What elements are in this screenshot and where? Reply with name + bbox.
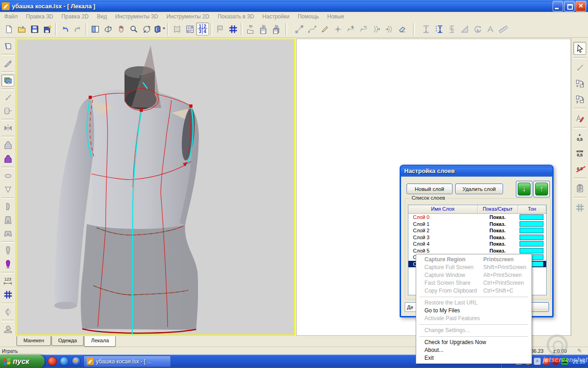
- menu-capture-window[interactable]: Capture WindowAlt+PrintScreen: [416, 271, 531, 279]
- layer-tone-swatch[interactable]: [518, 241, 545, 247]
- layer-row[interactable]: Слой 3Показ.: [408, 234, 546, 241]
- angle-measure-button[interactable]: [484, 23, 497, 35]
- pan-button[interactable]: [114, 23, 127, 35]
- split-view-button[interactable]: [89, 23, 102, 35]
- move-layer-up-button[interactable]: ↑: [533, 181, 550, 197]
- tp-open-button[interactable]: .tp: [244, 23, 257, 35]
- torso-dressed-button[interactable]: [1, 153, 14, 165]
- restore-button[interactable]: [564, 1, 575, 12]
- taskbar-task-button[interactable]: убашка косая.lsx - [ ...: [84, 356, 171, 367]
- layer-row[interactable]: Слой 5Показ.: [408, 247, 546, 254]
- grid-blue-button[interactable]: [1, 289, 14, 300]
- start-button[interactable]: пуск: [0, 355, 45, 368]
- tray-volume-icon[interactable]: ♬: [534, 358, 541, 365]
- mirror-symmetry-button[interactable]: [1, 122, 14, 134]
- menu-capture-region[interactable]: Capture RegionPrintscreen: [416, 256, 531, 264]
- half-profile-button[interactable]: [1, 306, 14, 317]
- torso-button[interactable]: [1, 139, 14, 151]
- rotate-measure-button[interactable]: [471, 23, 484, 35]
- texture-grid-button[interactable]: [183, 23, 196, 35]
- 3d-viewport[interactable]: [17, 39, 295, 336]
- shorts-button[interactable]: [1, 228, 14, 239]
- open-file-button[interactable]: [15, 23, 28, 35]
- layer-tone-swatch[interactable]: [518, 221, 545, 227]
- menu-help[interactable]: Помощь: [294, 13, 323, 20]
- save-file-button[interactable]: [28, 23, 41, 35]
- quad-view-button[interactable]: 12 34: [196, 23, 209, 35]
- pick-arrow-button[interactable]: [1, 92, 14, 104]
- measure-pencil-button[interactable]: [573, 112, 586, 125]
- new-layer-button[interactable]: Новый слой: [407, 184, 452, 194]
- menu-change-settings[interactable]: Change Settings...: [416, 327, 531, 334]
- layer-row[interactable]: Слой 2Показ.: [408, 227, 546, 234]
- layer-tone-swatch[interactable]: [518, 214, 545, 220]
- copy-y-button[interactable]: y: [573, 92, 586, 105]
- delete-layer-button[interactable]: Удалить слой: [455, 184, 503, 194]
- drape-hand-button[interactable]: [1, 323, 14, 335]
- precision-off-button[interactable]: 0,5: [573, 162, 586, 175]
- layer-row[interactable]: Слой 1Показ.: [408, 221, 546, 228]
- tab-patterns[interactable]: Лекала: [84, 336, 116, 347]
- menu-new[interactable]: Новые: [323, 13, 348, 20]
- menu-edit-2d[interactable]: Правка 2D: [57, 13, 93, 20]
- dressform-button[interactable]: [1, 245, 14, 256]
- redo-button[interactable]: [71, 23, 84, 35]
- layer-tone-swatch[interactable]: [518, 248, 545, 253]
- menu-activate-paid-features[interactable]: Activate Paid Features: [416, 315, 531, 322]
- browser-red-icon[interactable]: [48, 356, 57, 366]
- tab-clothing[interactable]: Одежда: [51, 336, 84, 346]
- rotate-3d-button[interactable]: [102, 23, 114, 35]
- menu-show-in-3d[interactable]: Показать в 3D: [214, 13, 258, 20]
- knife-button[interactable]: [1, 58, 14, 69]
- properties-button[interactable]: [573, 182, 586, 195]
- undo-button[interactable]: [58, 23, 71, 35]
- texture-hand-button[interactable]: [1, 75, 14, 86]
- menu-restore-last-url[interactable]: Restore the Last URL: [416, 299, 531, 307]
- menu-file[interactable]: Файл: [0, 13, 22, 20]
- draw-curve-button[interactable]: [305, 23, 318, 35]
- minimize-button[interactable]: [553, 1, 563, 12]
- tp-save-button[interactable]: .tp: [257, 23, 270, 35]
- dressform-colored-button[interactable]: [1, 259, 14, 270]
- split-curve-button[interactable]: [370, 23, 383, 35]
- snap-grid-gray-button[interactable]: [573, 201, 586, 214]
- roller-button[interactable]: [1, 105, 14, 117]
- ring-button[interactable]: [1, 170, 14, 182]
- zoom-button[interactable]: [127, 23, 140, 35]
- flag-button[interactable]: [214, 23, 226, 35]
- page-turn-button[interactable]: [1, 40, 14, 52]
- precision-izm-button[interactable]: изм0,5: [573, 147, 586, 160]
- measure-area-button[interactable]: [458, 23, 471, 35]
- menu-settings[interactable]: Настройки: [258, 13, 294, 20]
- add-point-button[interactable]: [331, 23, 344, 35]
- measure-vertical-button[interactable]: [419, 23, 432, 35]
- layers-menu-button[interactable]: [153, 23, 166, 35]
- measure-vertical-dashed-button[interactable]: [432, 23, 445, 35]
- menu-edit-3d[interactable]: Правка 3D: [22, 13, 57, 20]
- draw-pencil-button[interactable]: [318, 23, 331, 35]
- menu-tools-3d[interactable]: Инструменты 3D: [111, 13, 163, 20]
- layer-row[interactable]: Слой 4Показ.: [408, 241, 546, 247]
- layer-tone-swatch[interactable]: [518, 235, 545, 240]
- rotate-screen-button[interactable]: [140, 23, 153, 35]
- sleeve-button[interactable]: [1, 201, 14, 212]
- tp-save-as-button[interactable]: .tp: [270, 23, 283, 35]
- save-project-button[interactable]: [41, 23, 54, 35]
- menu-check-for-upgrades[interactable]: Check for Upgrades Now: [416, 339, 531, 346]
- column-show-hide[interactable]: Показ/Скрыт: [478, 205, 519, 213]
- column-tone[interactable]: Тон: [518, 205, 546, 213]
- menu-view[interactable]: Вид: [93, 13, 111, 20]
- tab-mannequin[interactable]: Манекен: [17, 336, 51, 346]
- snap-grid-button[interactable]: [226, 23, 239, 35]
- measurements-button[interactable]: 123: [1, 276, 14, 287]
- copy-x-button[interactable]: x: [573, 77, 586, 90]
- join-curve-button[interactable]: [383, 23, 396, 35]
- menu-capture-full-screen[interactable]: Capture Full ScreenShift+PrintScreen: [416, 264, 531, 271]
- move-layer-down-button[interactable]: ↓: [516, 181, 532, 197]
- menu-copy-from-clipboard[interactable]: Copy From ClipboardCtrl+Shift+C: [416, 287, 531, 295]
- menu-fast-screen-share[interactable]: Fast Screen ShareCtrl+PrintScreen: [416, 279, 531, 287]
- curve-add-point-button[interactable]: [344, 23, 357, 35]
- ruler-button[interactable]: [497, 23, 509, 35]
- measure-pairs-button[interactable]: [445, 23, 458, 35]
- menu-go-to-my-files[interactable]: Go to My Files: [416, 307, 531, 315]
